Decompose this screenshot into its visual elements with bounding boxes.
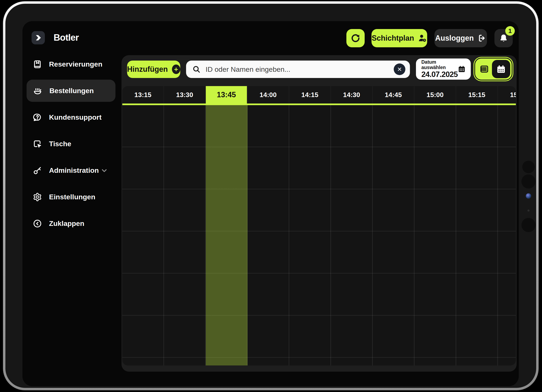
notification-badge: 1: [505, 26, 515, 36]
time-column-header[interactable]: 14:45: [373, 86, 414, 104]
add-button[interactable]: Hinzufügen +: [127, 61, 180, 78]
time-column-header[interactable]: 13:30: [164, 86, 206, 104]
tablet-frame: Botler Schichtplan Ausloggen: [3, 1, 539, 390]
calendar-view-icon: [496, 64, 506, 74]
book-icon: [33, 60, 42, 69]
sidebar-item-label: Kundensupport: [49, 113, 102, 121]
tablet-bezel: Botler Schichtplan Ausloggen: [5, 4, 536, 388]
list-view-button[interactable]: [475, 64, 493, 74]
chevron-down-icon[interactable]: [101, 167, 108, 174]
camera-lens: [521, 175, 536, 189]
app-title: Botler: [54, 32, 79, 43]
timeline-underline: [122, 104, 516, 105]
sidebar-item-tische[interactable]: Tische: [27, 133, 115, 155]
schichtplan-label: Schichtplan: [372, 34, 414, 42]
search-input[interactable]: [205, 65, 389, 74]
sidebar-item-label: Bestellungen: [49, 87, 94, 95]
chat-question-icon: [33, 113, 42, 122]
microphone-hole: [527, 209, 530, 212]
camera-lens: [522, 161, 535, 173]
time-column-header[interactable]: 15:30: [498, 86, 516, 104]
sidebar-item-kundensupport[interactable]: Kundensupport: [27, 106, 115, 128]
search-icon: [192, 65, 201, 74]
sidebar-item-reservierungen[interactable]: Reservierungen: [27, 53, 115, 75]
sidebar-item-bestellungen[interactable]: Bestellungen: [27, 80, 115, 102]
app-logo: [32, 31, 45, 44]
view-toggle: [475, 58, 512, 80]
calendar-icon: [458, 64, 466, 74]
calendar-view-button[interactable]: [492, 60, 510, 78]
camera-lens: [521, 218, 536, 232]
add-button-label: Hinzufügen: [127, 65, 168, 74]
logout-icon: [478, 34, 486, 42]
bell-icon: [499, 34, 508, 43]
sidebar-item-label: Zuklappen: [49, 219, 84, 228]
orders-panel: Hinzufügen + ✕ Datum auswählen 24.07.202…: [121, 55, 517, 372]
sidebar-item-einstellungen[interactable]: Einstellungen: [27, 186, 115, 208]
refresh-button[interactable]: [346, 29, 365, 47]
plus-icon: +: [172, 64, 180, 74]
chevron-logo-icon: [34, 34, 42, 42]
time-column-header[interactable]: 14:15: [289, 86, 331, 104]
sidebar-item-zuklappen[interactable]: Zuklappen: [27, 212, 115, 235]
sidebar-item-label: Einstellungen: [49, 193, 95, 201]
list-view-icon: [479, 64, 489, 74]
logout-button[interactable]: Ausloggen: [434, 29, 487, 47]
time-column-header[interactable]: 15:15: [456, 86, 498, 104]
date-picker-label: Datum auswählen: [421, 59, 458, 70]
key-icon: [33, 166, 42, 175]
table-select-icon: [33, 139, 42, 148]
gear-icon: [33, 192, 42, 201]
time-column-header[interactable]: 14:30: [331, 86, 373, 104]
sidebar-item-label: Administration: [49, 166, 99, 175]
sidebar-item-administration[interactable]: Administration: [27, 159, 115, 181]
sidebar-item-label: Tische: [49, 140, 71, 148]
notifications-button[interactable]: 1: [494, 29, 513, 47]
timeline-header: 13:15 13:30 13:45 14:00 14:15 14:30 14:4…: [122, 86, 516, 104]
date-picker[interactable]: Datum auswählen 24.07.2025: [416, 58, 471, 80]
app-screen: Botler Schichtplan Ausloggen: [22, 21, 519, 386]
schichtplan-button[interactable]: Schichtplan: [372, 29, 427, 47]
logout-label: Ausloggen: [435, 34, 474, 42]
time-column-header-active[interactable]: 13:45: [206, 86, 248, 104]
collapse-icon: [33, 219, 42, 228]
search-bar: ✕: [186, 61, 410, 78]
bowl-icon: [33, 86, 42, 96]
time-column-header[interactable]: 13:15: [122, 86, 164, 104]
refresh-icon: [351, 33, 361, 43]
user-clock-icon: [418, 34, 427, 43]
schedule-grid[interactable]: [122, 105, 516, 366]
clear-search-button[interactable]: ✕: [394, 64, 405, 75]
time-column-header[interactable]: 15:00: [414, 86, 456, 104]
date-picker-value: 24.07.2025: [421, 70, 458, 79]
time-column-header[interactable]: 14:00: [248, 86, 289, 104]
front-camera: [526, 193, 531, 199]
current-time-column-highlight: [206, 105, 248, 366]
sidebar-item-label: Reservierungen: [49, 60, 102, 68]
